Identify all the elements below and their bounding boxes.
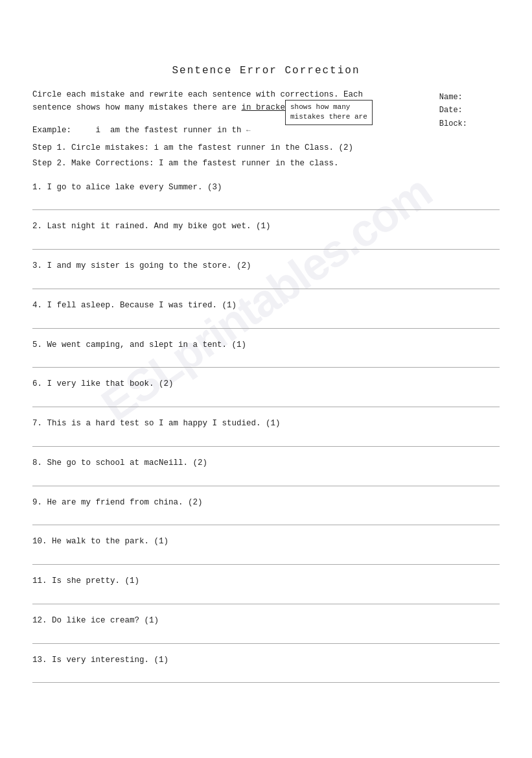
list-item: 9. He are my friend from china. (2) [32,493,500,526]
example-label: Example: [32,126,91,135]
answer-line [32,275,500,289]
list-item: 10. He walk to the park. (1) [32,532,500,565]
step2-label: Step 2. Make Corrections: [32,159,154,168]
step2-text: I am the fastest runner in the class. [159,159,339,168]
block-label: Block: [439,117,467,130]
sentence-text: 3. I and my sister is going to the store… [32,256,500,275]
example-text: i am the fastest runner in th [96,126,242,135]
sentence-text: 6. I very like that book. (2) [32,374,500,393]
answer-line [32,432,500,447]
answer-line [32,472,500,486]
step1-block: Step 1. Circle mistakes: i am the fastes… [32,141,500,156]
list-item: 3. I and my sister is going to the store… [32,256,500,289]
sentences-list: 1. I go to alice lake every Summer. (3)2… [32,178,500,683]
answer-line [32,630,500,644]
list-item: 8. She go to school at macNeill. (2) [32,453,500,486]
list-item: 2. Last night it rained. And my bike got… [32,217,500,250]
answer-line [32,669,500,683]
answer-line [32,590,500,604]
list-item: 11. Is she pretty. (1) [32,571,500,604]
sentence-text: 7. This is a hard test so I am happy I s… [32,414,500,432]
instructions-block: Circle each mistake and rewrite each sen… [32,88,500,114]
list-item: 6. I very like that book. (2) [32,374,500,407]
answer-line [32,511,500,525]
page-title: Sentence Error Correction [32,65,500,77]
answer-line [32,551,500,565]
list-item: 7. This is a hard test so I am happy I s… [32,414,500,447]
list-item: 5. We went camping, and slept in a tent.… [32,335,500,368]
sentence-text: 4. I fell asleep. Because I was tired. (… [32,296,500,314]
sentence-text: 5. We went camping, and slept in a tent.… [32,335,500,354]
step1-label: Step 1. Circle mistakes: [32,143,149,152]
sentence-text: 2. Last night it rained. And my bike got… [32,217,500,235]
sentence-text: 10. He walk to the park. (1) [32,532,500,551]
step2-block: Step 2. Make Corrections: I am the faste… [32,156,500,171]
list-item: 1. I go to alice lake every Summer. (3) [32,178,500,211]
answer-line [32,235,500,250]
answer-line [32,353,500,368]
arrow-indicator: ← [246,126,251,134]
instructions-line1: Circle each mistake and rewrite each sen… [32,90,363,99]
answer-line [32,196,500,210]
sentence-text: 11. Is she pretty. (1) [32,571,500,590]
list-item: 13. Is very interesting. (1) [32,650,500,683]
sentence-text: 1. I go to alice lake every Summer. (3) [32,178,500,196]
list-item: 12. Do like ice cream? (1) [32,611,500,644]
tooltip-box: shows how manymistakes there are [285,100,373,125]
sentence-text: 13. Is very interesting. (1) [32,650,500,669]
step1-text: i am the fastest runner in the Class. (2… [154,143,354,152]
sentence-text: 12. Do like ice cream? (1) [32,611,500,630]
tooltip-text: shows how manymistakes there are [290,103,367,121]
example-block: Example: i am the fastest runner in th ← [32,123,500,138]
answer-line [32,393,500,407]
answer-line [32,314,500,329]
sentence-text: 9. He are my friend from china. (2) [32,493,500,512]
sentence-text: 8. She go to school at macNeill. (2) [32,453,500,472]
instructions-line2: sentence shows how many mistakes there a… [32,103,237,112]
list-item: 4. I fell asleep. Because I was tired. (… [32,296,500,329]
